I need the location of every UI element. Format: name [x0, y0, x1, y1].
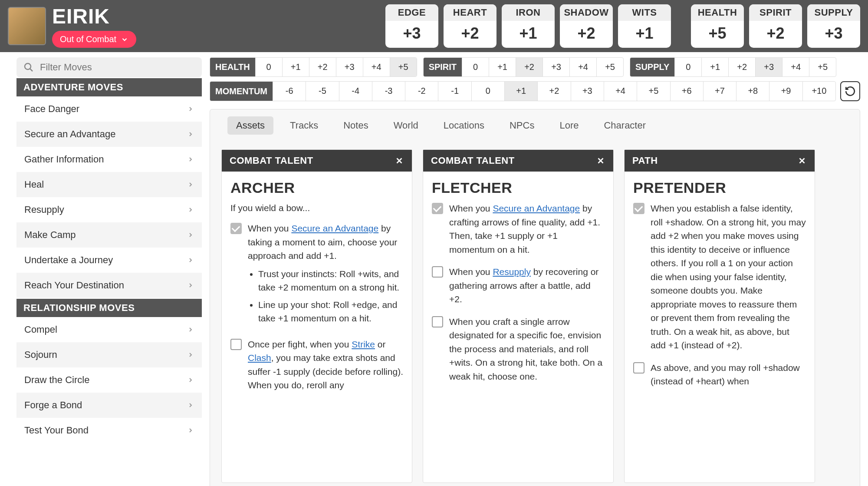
track-cell[interactable]: -5 [306, 82, 339, 101]
track-cell[interactable]: +2 [728, 58, 755, 76]
card-title: ARCHER [230, 179, 403, 196]
ability-checkbox[interactable] [432, 203, 443, 214]
move-item[interactable]: Test Your Bond [16, 418, 202, 443]
chevron-right-icon [187, 131, 194, 138]
chevron-down-icon [121, 36, 128, 43]
move-item[interactable]: Face Danger [16, 96, 202, 122]
app-header: EIRIK Out of Combat Edge+3Heart+2Iron+1S… [0, 0, 868, 52]
stat-shadow[interactable]: Shadow+2 [560, 4, 613, 48]
search-input[interactable] [40, 62, 195, 73]
track-health: Health0+1+2+3+4+5 [210, 57, 417, 77]
track-cell[interactable]: +9 [769, 82, 802, 101]
stat-iron[interactable]: Iron+1 [502, 4, 555, 48]
move-item[interactable]: Heal [16, 172, 202, 197]
track-cell[interactable]: +6 [670, 82, 703, 101]
meter-health[interactable]: Health+5 [691, 4, 744, 48]
track-cell[interactable]: +4 [569, 58, 596, 76]
tab-notes[interactable]: Notes [335, 116, 377, 135]
chevron-right-icon [187, 351, 194, 358]
move-item[interactable]: Draw the Circle [16, 367, 202, 393]
ability-checkbox[interactable] [230, 339, 242, 350]
track-cell[interactable]: 0 [255, 58, 282, 76]
stat-wits[interactable]: Wits+1 [618, 4, 671, 48]
track-cell[interactable]: +5 [596, 58, 623, 76]
close-icon[interactable] [797, 156, 807, 165]
track-cell[interactable]: -4 [339, 82, 372, 101]
close-icon[interactable] [596, 156, 605, 165]
reset-icon [845, 86, 856, 97]
section-header: Relationship Moves [16, 299, 202, 317]
track-cell[interactable]: +1 [701, 58, 728, 76]
meter-supply[interactable]: Supply+3 [807, 4, 860, 48]
chevron-right-icon [187, 206, 194, 213]
tab-npcs[interactable]: NPCs [501, 116, 543, 135]
ability-checkbox[interactable] [432, 266, 443, 278]
chevron-right-icon [187, 257, 194, 264]
reset-momentum-button[interactable] [840, 81, 860, 101]
ability-checkbox[interactable] [633, 362, 644, 374]
ability-checkbox[interactable] [633, 203, 644, 214]
chevron-right-icon [187, 377, 194, 384]
track-cell[interactable]: +1 [489, 58, 516, 76]
move-item[interactable]: Gather Information [16, 147, 202, 172]
chevron-right-icon [187, 326, 194, 333]
content-panel: AssetsTracksNotesWorldLocationsNPCsLoreC… [210, 109, 860, 486]
track-cell[interactable]: +3 [336, 58, 363, 76]
track-cell[interactable]: +4 [604, 82, 637, 101]
move-item[interactable]: Compel [16, 317, 202, 342]
track-cell[interactable]: +5 [390, 58, 417, 76]
track-cell[interactable]: -1 [438, 82, 471, 101]
track-cell[interactable]: 0 [462, 58, 489, 76]
asset-card: Combat TalentFLETCHERWhen you Secure an … [423, 149, 614, 483]
tab-assets[interactable]: Assets [227, 116, 273, 135]
tab-tracks[interactable]: Tracks [281, 116, 327, 135]
move-item[interactable]: Reach Your Destination [16, 273, 202, 298]
chevron-right-icon [187, 231, 194, 238]
tab-world[interactable]: World [385, 116, 427, 135]
chevron-right-icon [187, 427, 194, 434]
asset-card: Combat TalentARCHERIf you wield a bow...… [221, 149, 412, 483]
card-title: PRETENDER [633, 179, 806, 196]
track-cell[interactable]: 0 [471, 82, 504, 101]
move-item[interactable]: Resupply [16, 197, 202, 222]
track-cell[interactable]: +4 [363, 58, 390, 76]
track-cell[interactable]: +2 [309, 58, 336, 76]
track-cell[interactable]: +1 [282, 58, 309, 76]
track-cell[interactable]: +10 [802, 82, 835, 101]
move-item[interactable]: Make Camp [16, 222, 202, 248]
status-selector[interactable]: Out of Combat [52, 31, 136, 48]
track-cell[interactable]: 0 [674, 58, 701, 76]
track-cell[interactable]: -3 [372, 82, 405, 101]
ability-checkbox[interactable] [432, 316, 443, 327]
avatar [8, 7, 46, 45]
track-cell[interactable]: +3 [571, 82, 604, 101]
chevron-right-icon [187, 156, 194, 163]
track-cell[interactable]: +8 [736, 82, 769, 101]
track-cell[interactable]: +5 [637, 82, 670, 101]
track-cell[interactable]: +2 [516, 58, 542, 76]
stat-edge[interactable]: Edge+3 [385, 4, 438, 48]
move-item[interactable]: Sojourn [16, 342, 202, 367]
chevron-right-icon [187, 282, 194, 289]
track-cell[interactable]: +3 [542, 58, 569, 76]
track-cell[interactable]: +7 [703, 82, 736, 101]
tab-locations[interactable]: Locations [435, 116, 493, 135]
track-spirit: Spirit0+1+2+3+4+5 [423, 57, 624, 77]
track-cell[interactable]: -6 [273, 82, 306, 101]
tab-lore[interactable]: Lore [551, 116, 587, 135]
ability-checkbox[interactable] [230, 223, 242, 234]
track-cell[interactable]: +4 [782, 58, 809, 76]
meter-spirit[interactable]: Spirit+2 [749, 4, 802, 48]
track-cell[interactable]: +2 [537, 82, 570, 101]
search-input-wrap[interactable] [16, 57, 202, 77]
track-cell[interactable]: +5 [809, 58, 836, 76]
stat-heart[interactable]: Heart+2 [444, 4, 496, 48]
move-item[interactable]: Secure an Advantage [16, 122, 202, 147]
move-item[interactable]: Forge a Bond [16, 393, 202, 418]
track-cell[interactable]: +1 [504, 82, 537, 101]
track-cell[interactable]: +3 [755, 58, 782, 76]
move-item[interactable]: Undertake a Journey [16, 248, 202, 273]
close-icon[interactable] [395, 156, 404, 165]
track-cell[interactable]: -2 [405, 82, 438, 101]
tab-character[interactable]: Character [595, 116, 654, 135]
